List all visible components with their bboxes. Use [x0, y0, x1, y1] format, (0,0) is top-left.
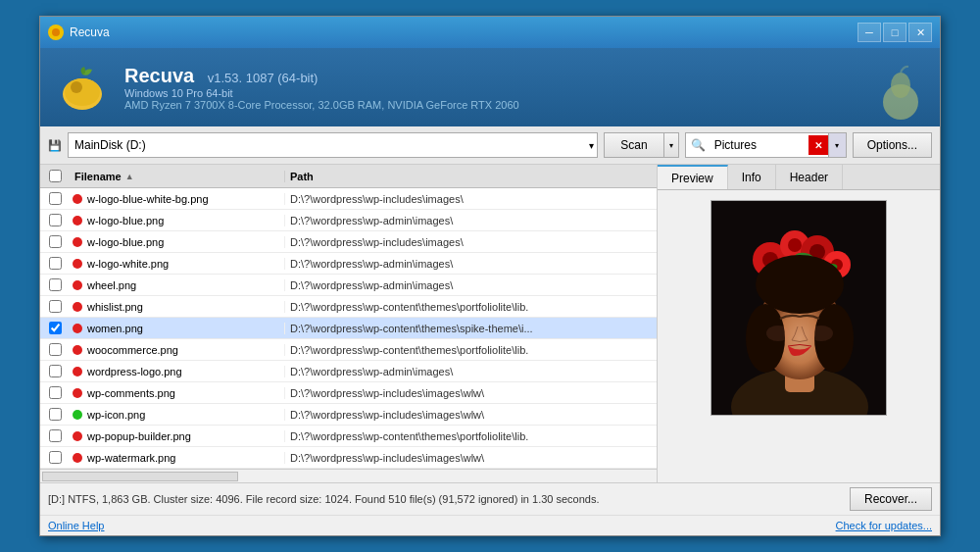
title-bar-controls: ─ □ ✕	[858, 23, 932, 42]
status-text: [D:] NTFS, 1,863 GB. Cluster size: 4096.…	[48, 493, 600, 505]
status-dot	[73, 237, 82, 247]
status-dot	[73, 431, 82, 441]
options-button[interactable]: Options...	[853, 132, 932, 158]
status-dot	[73, 345, 82, 355]
filename-col-label: Filename	[74, 171, 122, 182]
row-checkbox[interactable]	[49, 365, 62, 377]
toolbar: 💾 MainDisk (D:) Scan ▾ 🔍 ✕ ▾ Options...	[40, 126, 940, 165]
preview-image-inner	[711, 201, 886, 415]
row-checkbox-cell	[40, 386, 70, 399]
horizontal-scrollbar[interactable]	[40, 469, 657, 482]
row-filename: wp-icon.png	[70, 409, 285, 421]
svg-point-1	[52, 28, 60, 36]
preview-panel: Preview Info Header	[658, 165, 940, 482]
status-dot	[73, 324, 82, 333]
row-path: D:\?\wordpress\wp-includes\images\wlw\	[285, 409, 657, 421]
status-bar: [D:] NTFS, 1,863 GB. Cluster size: 4096.…	[40, 482, 940, 515]
svg-point-17	[788, 238, 802, 252]
title-bar: Recuva ─ □ ✕	[40, 17, 940, 48]
row-path: D:\?\wordpress\wp-admin\images\	[285, 366, 657, 377]
table-row: wp-popup-builder.pngD:\?\wordpress\wp-co…	[40, 426, 657, 447]
drive-icon: 💾	[48, 139, 62, 152]
filename-text: w-logo-blue-white-bg.png	[87, 193, 209, 205]
scan-dropdown-arrow[interactable]: ▾	[663, 132, 679, 158]
row-checkbox[interactable]	[49, 343, 62, 356]
filename-text: wp-popup-builder.png	[87, 430, 191, 442]
row-checkbox[interactable]	[49, 300, 62, 313]
row-filename: whislist.png	[70, 301, 285, 313]
title-bar-text: Recuva	[70, 25, 110, 39]
table-row: w-logo-blue.pngD:\?\wordpress\wp-include…	[40, 231, 657, 253]
row-checkbox-cell	[40, 192, 70, 205]
tab-info[interactable]: Info	[728, 165, 776, 189]
filter-dropdown-button[interactable]: ▾	[828, 133, 846, 157]
tab-header[interactable]: Header	[776, 165, 843, 189]
row-checkbox[interactable]	[49, 386, 62, 399]
row-checkbox[interactable]	[49, 408, 62, 421]
svg-point-26	[766, 326, 790, 341]
scan-button[interactable]: Scan	[604, 132, 662, 158]
drive-select[interactable]: MainDisk (D:)	[68, 132, 598, 158]
row-filename: women.png	[70, 323, 285, 334]
row-path: D:\?\wordpress\wp-content\themes\spike-t…	[285, 323, 657, 334]
table-row: w-logo-blue.pngD:\?\wordpress\wp-admin\i…	[40, 210, 657, 231]
select-all-checkbox[interactable]	[49, 170, 62, 182]
row-checkbox[interactable]	[49, 451, 62, 464]
filename-text: w-logo-white.png	[87, 258, 169, 270]
row-checkbox[interactable]	[49, 322, 62, 334]
row-filename: wp-comments.png	[70, 387, 285, 399]
row-path: D:\?\wordpress\wp-includes\images\	[285, 236, 657, 248]
tab-preview[interactable]: Preview	[658, 165, 728, 189]
row-checkbox[interactable]	[49, 214, 62, 226]
row-checkbox[interactable]	[49, 278, 62, 291]
row-checkbox[interactable]	[49, 429, 62, 442]
row-checkbox-cell	[40, 451, 70, 464]
close-button[interactable]: ✕	[908, 23, 932, 42]
app-version: v1.53. 1087 (64-bit)	[208, 71, 318, 85]
sort-arrow: ▲	[125, 172, 134, 181]
filename-text: w-logo-blue.png	[87, 236, 164, 248]
table-row: w-logo-white.pngD:\?\wordpress\wp-admin\…	[40, 253, 657, 275]
table-row: wheel.pngD:\?\wordpress\wp-admin\images\	[40, 275, 657, 296]
row-checkbox[interactable]	[49, 235, 62, 248]
row-filename: woocommerce.png	[70, 344, 285, 356]
recover-button[interactable]: Recover...	[850, 487, 932, 511]
filename-text: whislist.png	[87, 301, 143, 313]
svg-point-4	[71, 81, 82, 93]
minimize-button[interactable]: ─	[858, 23, 881, 42]
main-content: Filename ▲ Path w-logo-blue-white-bg.png…	[40, 165, 940, 482]
row-path: D:\?\wordpress\wp-admin\images\	[285, 258, 657, 270]
row-path: D:\?\wordpress\wp-includes\images\wlw\	[285, 387, 657, 399]
row-checkbox-cell	[40, 429, 70, 442]
file-list-scroll[interactable]: w-logo-blue-white-bg.pngD:\?\wordpress\w…	[40, 188, 657, 469]
row-filename: w-logo-blue.png	[70, 215, 285, 226]
row-path: D:\?\wordpress\wp-admin\images\	[285, 215, 657, 226]
table-row: wp-icon.pngD:\?\wordpress\wp-includes\im…	[40, 404, 657, 426]
table-row: women.pngD:\?\wordpress\wp-content\theme…	[40, 318, 657, 339]
status-dot	[73, 388, 82, 398]
preview-image	[710, 200, 887, 416]
row-filename: w-logo-blue.png	[70, 236, 285, 248]
filter-clear-button[interactable]: ✕	[808, 135, 828, 155]
status-dot	[73, 194, 82, 204]
app-title-block: Recuva v1.53. 1087 (64-bit) Windows 10 P…	[124, 65, 861, 111]
row-checkbox[interactable]	[49, 192, 62, 205]
app-name: Recuva v1.53. 1087 (64-bit)	[124, 65, 861, 87]
status-dot	[73, 280, 82, 290]
row-path: D:\?\wordpress\wp-includes\images\wlw\	[285, 452, 657, 464]
filename-text: wp-icon.png	[87, 409, 145, 421]
maximize-button[interactable]: □	[883, 23, 906, 42]
os-info: Windows 10 Pro 64-bit	[124, 87, 861, 99]
status-dot	[73, 453, 82, 463]
col-path-header[interactable]: Path	[285, 171, 657, 182]
drive-select-wrapper: MainDisk (D:)	[68, 132, 598, 158]
app-icon	[48, 25, 64, 40]
row-filename: w-logo-white.png	[70, 258, 285, 270]
check-updates-link[interactable]: Check for updates...	[836, 520, 932, 531]
filter-input[interactable]	[710, 138, 808, 152]
col-filename-header[interactable]: Filename ▲	[70, 171, 285, 182]
online-help-link[interactable]: Online Help	[48, 520, 104, 531]
svg-point-27	[809, 326, 833, 341]
row-checkbox[interactable]	[49, 257, 62, 270]
row-checkbox-cell	[40, 278, 70, 291]
